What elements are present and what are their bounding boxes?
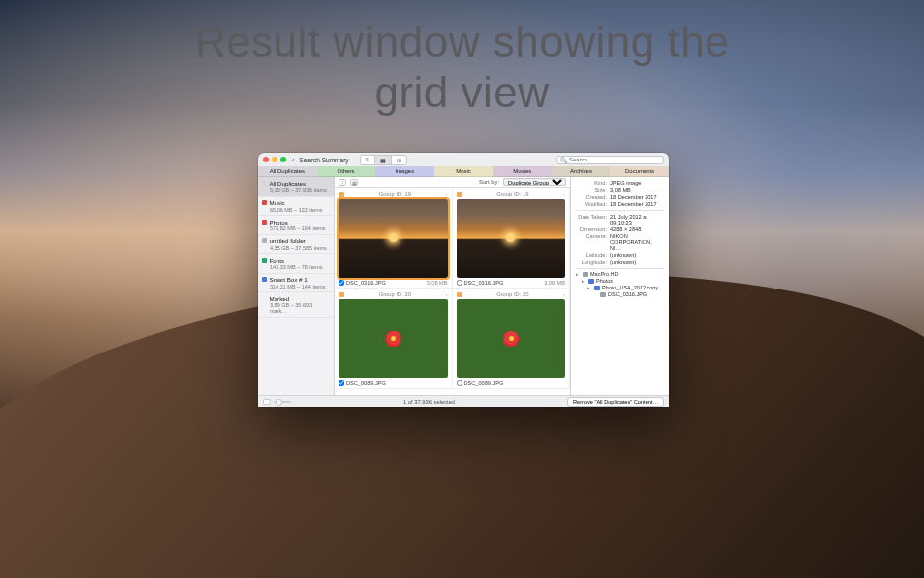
path-tree: ▸MacPro HD▸Photos▸Photo_USA_2012 copyDSC…	[576, 271, 664, 297]
group-icon[interactable]: ▦	[350, 179, 358, 186]
select-checkbox[interactable]	[457, 280, 462, 286]
tree-node[interactable]: ▸Photo_USA_2012 copy	[576, 285, 664, 290]
view-column-icon[interactable]: ⊞	[392, 156, 406, 164]
thumbnail[interactable]	[339, 299, 448, 378]
sidebar-item-fonts[interactable]: Fonts143,33 MB – 78 items	[258, 254, 334, 274]
folder-icon	[339, 292, 344, 297]
select-checkbox[interactable]	[339, 280, 344, 286]
view-grid-icon[interactable]: ▦	[375, 156, 392, 164]
inspector-value: JPEG image	[610, 180, 664, 186]
filter-icon[interactable]: ⋮	[339, 179, 346, 186]
zoom-icon[interactable]	[263, 399, 271, 405]
sidebar-item-sub: 3,89 GB – 35.693 mark…	[270, 302, 330, 314]
result-cell[interactable]: Group ID: 20›DSC_0089.JPG	[453, 289, 571, 389]
remove-button[interactable]: Remove "All Duplicates" Content…	[567, 397, 664, 407]
app-window: ‹ Search Summary ≡ ▦ ⊞ 🔍 All DuplicatesO…	[258, 153, 669, 407]
sidebar-item-marked[interactable]: Marked3,89 GB – 35.693 mark…	[258, 292, 334, 318]
disclosure-icon[interactable]: ▸	[576, 271, 581, 277]
sort-select[interactable]: Duplicate Group	[503, 178, 566, 186]
tab-music[interactable]: Music	[434, 166, 493, 177]
result-cell[interactable]: Group ID: 20›DSC_0089.JPG	[335, 289, 453, 389]
inspector-key: Created:	[576, 194, 607, 200]
disclosure-icon[interactable]: ▸	[582, 278, 586, 284]
node-icon	[594, 286, 600, 290]
select-checkbox[interactable]	[457, 380, 462, 386]
sidebar-item-label: Smart Box # 1	[270, 276, 308, 283]
thumbnail[interactable]	[457, 299, 566, 378]
minimize-icon[interactable]	[272, 157, 277, 162]
inspector-key: Camera:	[576, 233, 607, 251]
sidebar-item-smart-box-1[interactable]: Smart Box # 1314,21 MB – 144 items	[258, 274, 334, 293]
sidebar-item-all-duplicates[interactable]: All Duplicates5,15 GB – 37.936 items	[258, 177, 334, 197]
inspector-row: Longitude:(unknown)	[576, 259, 664, 265]
inspector-row: Latitude:(unknown)	[576, 252, 664, 258]
tab-movies[interactable]: Movies	[493, 166, 552, 177]
chevron-right-icon[interactable]: ›	[446, 291, 448, 297]
tree-node-label: MacPro HD	[590, 271, 618, 277]
inspector-row: Size:3,08 MB	[576, 187, 664, 193]
tab-archives[interactable]: Archives	[552, 166, 611, 177]
file-name: DSC_0089.JPG	[346, 380, 386, 386]
sidebar-item-untitled-folder[interactable]: untitled folder4,35 GB – 37.585 items	[258, 235, 334, 255]
search-icon: 🔍	[560, 157, 567, 163]
disclosure-icon[interactable]: ▸	[587, 285, 592, 290]
maximize-icon[interactable]	[280, 157, 286, 162]
tab-others[interactable]: Others	[317, 166, 376, 177]
inspector-row: Created:18 December 2017	[576, 194, 664, 200]
inspector-key: Modified:	[576, 201, 607, 207]
page-headline: Result window showing the grid view	[0, 18, 924, 117]
sidebar: All Duplicates5,15 GB – 37.936 itemsMusi…	[258, 177, 335, 395]
file-name: DSC_0316.JPG	[346, 280, 386, 286]
tree-node[interactable]: ▸MacPro HD	[576, 271, 664, 277]
inspector-row: Date Taken:21 July 2012 at 09:10:23	[576, 214, 664, 225]
sidebar-item-photos[interactable]: Photos573,82 MB – 164 items	[258, 216, 334, 235]
chevron-right-icon[interactable]: ›	[563, 191, 565, 197]
inspector-row: Kind:JPEG image	[576, 180, 664, 186]
tree-node[interactable]: ▸Photos	[576, 278, 664, 284]
sidebar-item-label: Music	[270, 199, 285, 206]
sidebar-item-music[interactable]: Music65,06 MB – 122 items	[258, 197, 334, 217]
inspector-row: Dimension:4288 × 2848	[576, 226, 664, 232]
selection-count: 1 of 37.936 selected	[291, 399, 567, 405]
inspector-key: Kind:	[576, 180, 607, 186]
thumbnail[interactable]	[457, 199, 566, 278]
tab-documents[interactable]: Documents	[610, 166, 669, 177]
group-id: Group ID: 19	[346, 191, 444, 197]
sidebar-item-label: untitled folder	[270, 237, 306, 244]
inspector-value: (unknown)	[610, 259, 664, 265]
color-tag-icon	[262, 220, 267, 225]
sidebar-item-sub: 4,35 GB – 37.585 items	[270, 245, 330, 251]
chevron-right-icon[interactable]: ›	[563, 291, 565, 297]
zoom-slider[interactable]	[274, 401, 291, 403]
search-input[interactable]	[569, 157, 660, 162]
file-name: DSC_0316.JPG	[464, 280, 504, 286]
group-id: Group ID: 20	[464, 291, 562, 297]
group-id: Group ID: 20	[346, 291, 444, 297]
back-button[interactable]: ‹	[292, 157, 294, 163]
select-checkbox[interactable]	[339, 380, 344, 386]
results-grid: Group ID: 19›DSC_0316.JPG3,08 MBGroup ID…	[335, 188, 570, 395]
search-field[interactable]: 🔍	[556, 156, 664, 164]
tree-node[interactable]: DSC_0316.JPG	[576, 291, 664, 297]
sidebar-item-sub: 314,21 MB – 144 items	[270, 284, 330, 289]
thumbnail[interactable]	[339, 199, 448, 278]
color-tag-icon	[262, 258, 267, 263]
node-icon	[588, 279, 594, 284]
sidebar-item-label: Fonts	[270, 257, 284, 264]
sidebar-item-sub: 573,82 MB – 164 items	[270, 225, 330, 231]
node-icon	[583, 272, 588, 277]
window-title: Search Summary	[299, 157, 348, 163]
inspector-value: 4288 × 2848	[610, 226, 664, 232]
tab-images[interactable]: Images	[375, 166, 434, 177]
node-icon	[600, 292, 606, 297]
chevron-right-icon[interactable]: ›	[446, 191, 448, 197]
view-mode-segment[interactable]: ≡ ▦ ⊞	[360, 155, 408, 165]
inspector-panel: Kind:JPEG imageSize:3,08 MBCreated:18 De…	[571, 177, 669, 395]
view-list-icon[interactable]: ≡	[361, 156, 376, 164]
tab-all-duplicates[interactable]: All Duplicates	[258, 166, 317, 177]
result-cell[interactable]: Group ID: 19›DSC_0316.JPG3,08 MB	[453, 188, 571, 289]
close-icon[interactable]	[263, 157, 269, 162]
inspector-value: 21 July 2012 at 09:10:23	[610, 214, 664, 225]
result-cell[interactable]: Group ID: 19›DSC_0316.JPG3,08 MB	[335, 188, 453, 289]
sidebar-item-sub: 65,06 MB – 122 items	[270, 207, 330, 213]
